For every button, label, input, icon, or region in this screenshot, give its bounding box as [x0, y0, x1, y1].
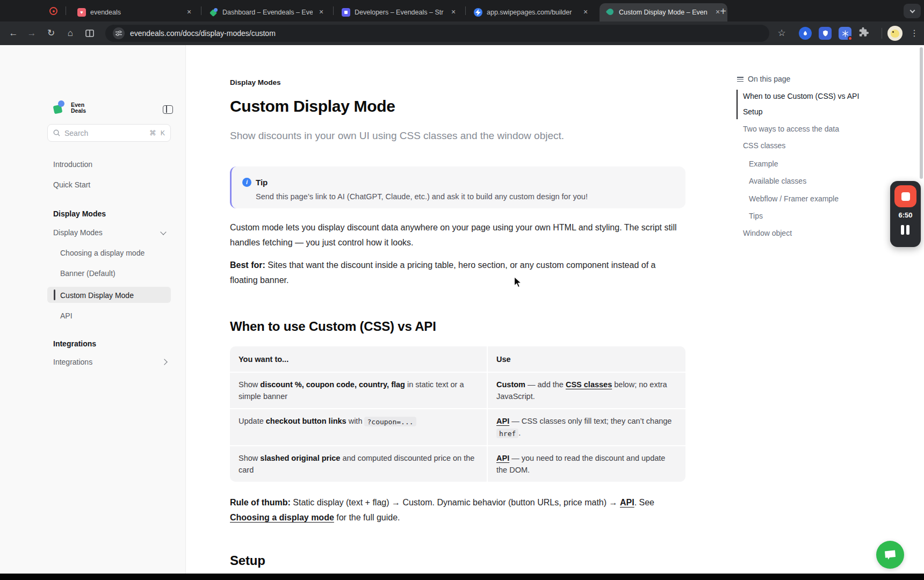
- sidebar-collapse-icon[interactable]: [163, 105, 173, 114]
- active-item-marker: [54, 289, 55, 300]
- api-link[interactable]: API: [620, 498, 634, 507]
- choosing-display-mode-link[interactable]: Choosing a display mode: [230, 513, 334, 522]
- tab-favicon-purple-icon: [342, 8, 350, 17]
- bookmark-star-icon[interactable]: ☆: [775, 26, 789, 40]
- sidebar-item-choosing-display-mode[interactable]: Choosing a display mode: [60, 249, 145, 257]
- shortcut-key: K: [161, 129, 165, 137]
- api-link[interactable]: API: [496, 454, 509, 462]
- toc-item-setup[interactable]: Setup: [743, 107, 763, 116]
- toc-active-marker: [737, 90, 738, 119]
- sidebar-item-banner-default[interactable]: Banner (Default): [60, 269, 116, 278]
- tip-label: Tip: [256, 178, 268, 187]
- tab-developers[interactable]: Developers – Evendeals – Str ×: [335, 3, 463, 21]
- sidebar-item-introduction[interactable]: Introduction: [53, 160, 92, 169]
- table-cell: API — CSS classes only fill text; they c…: [488, 409, 685, 445]
- close-tab-icon[interactable]: ×: [449, 8, 458, 17]
- toc-title: On this page: [748, 75, 790, 83]
- pause-recording-button[interactable]: [899, 225, 912, 235]
- chat-bubble-icon: [883, 548, 897, 561]
- tab-favicon-evendeals-icon: [210, 8, 218, 17]
- profile-avatar[interactable]: [887, 26, 903, 41]
- extension-snowflake-icon[interactable]: [839, 27, 851, 40]
- docs-sidebar: Even Deals Search ⌘ K Introduction Quick…: [0, 45, 186, 574]
- back-button[interactable]: ←: [5, 25, 21, 41]
- search-input[interactable]: Search ⌘ K: [47, 124, 171, 142]
- tab-title: evendeals: [90, 9, 181, 16]
- best-for-label: Best for:: [230, 260, 265, 270]
- page-title: Custom Display Mode: [230, 97, 395, 115]
- command-key-icon: ⌘: [149, 129, 156, 137]
- tab-divider: [465, 6, 466, 15]
- extensions-puzzle-icon[interactable]: [858, 27, 871, 40]
- url-text[interactable]: evendeals.com/docs/display-modes/custom: [130, 29, 276, 38]
- close-tab-icon[interactable]: ×: [581, 8, 590, 17]
- recording-indicator-icon[interactable]: [49, 7, 57, 15]
- toc-item-tips[interactable]: Tips: [749, 212, 763, 220]
- chevron-down-icon[interactable]: [160, 229, 166, 235]
- tab-swipepages[interactable]: app.swipepages.com/builder ×: [467, 3, 595, 21]
- tab-title: app.swipepages.com/builder: [487, 9, 577, 16]
- extension-drop-icon[interactable]: [799, 27, 812, 40]
- tab-search-button[interactable]: [904, 4, 921, 18]
- table-cell: Show discount %, coupon code, country, f…: [230, 373, 487, 408]
- best-for-paragraph: Best for: Sites that want the discount i…: [230, 258, 679, 288]
- sidebar-item-integrations[interactable]: Integrations: [53, 358, 92, 366]
- toc-item-two-ways[interactable]: Two ways to access the data: [743, 125, 839, 133]
- sidebar-item-display-modes[interactable]: Display Modes: [53, 228, 103, 237]
- home-button[interactable]: ⌂: [62, 25, 78, 41]
- rule-label: Rule of thumb:: [230, 498, 291, 507]
- table-row: Show slashed original price and computed…: [230, 446, 685, 482]
- tab-dashboard[interactable]: Dashboard – Evendeals – Eve ×: [203, 3, 331, 21]
- breadcrumb: Display Modes: [230, 78, 281, 86]
- page-scrollbar-thumb[interactable]: [920, 47, 923, 179]
- toc-item-when-to-use[interactable]: When to use Custom (CSS) vs API: [743, 92, 859, 100]
- chat-widget-button[interactable]: [876, 541, 904, 569]
- recording-timer: 6:50: [890, 211, 921, 219]
- close-tab-icon[interactable]: ×: [185, 8, 193, 17]
- logo-line2: Deals: [71, 108, 86, 114]
- table-row: Show discount %, coupon code, country, f…: [230, 373, 685, 408]
- toc-item-available-classes[interactable]: Available classes: [749, 177, 806, 185]
- tab-favicon-teal-icon: [606, 8, 615, 17]
- address-bar[interactable]: evendeals.com/docs/display-modes/custom: [105, 25, 769, 42]
- tab-favicon-bolt-icon: [474, 8, 482, 17]
- extension-shield-icon[interactable]: [819, 27, 832, 40]
- tab-evendeals[interactable]: ♥ evendeals ×: [71, 3, 199, 21]
- toc-item-example[interactable]: Example: [749, 160, 778, 168]
- inline-code: href: [496, 429, 518, 438]
- inline-code: ?coupon=...: [364, 417, 416, 426]
- stop-recording-button[interactable]: [894, 185, 916, 207]
- new-tab-button[interactable]: +: [716, 4, 731, 19]
- table-header-row: You want to... Use: [230, 346, 685, 372]
- sidebar-item-quick-start[interactable]: Quick Start: [53, 180, 90, 189]
- tip-text: Send this page’s link to AI (ChatGPT, Cl…: [256, 192, 588, 201]
- toc-item-webflow-framer[interactable]: Webflow / Framer example: [749, 194, 839, 203]
- sidebar-item-custom-display-mode[interactable]: Custom Display Mode: [60, 291, 134, 300]
- tab-title: Developers – Evendeals – Str: [355, 9, 445, 16]
- forward-button[interactable]: →: [24, 25, 40, 41]
- table-cell: Show slashed original price and computed…: [230, 446, 487, 482]
- site-settings-icon[interactable]: [113, 27, 125, 39]
- browser-window: ♥ evendeals × Dashboard – Evendeals – Ev…: [0, 0, 924, 580]
- close-tab-icon[interactable]: ×: [317, 8, 326, 17]
- toc-item-window-object[interactable]: Window object: [743, 229, 792, 237]
- logo-line1: Even: [71, 102, 86, 108]
- css-classes-link[interactable]: CSS classes: [566, 380, 612, 389]
- page-subtitle: Show discounts in your own UI using CSS …: [230, 130, 564, 142]
- table-row: Update checkout button links with ?coupo…: [230, 409, 685, 445]
- evendeals-logo[interactable]: Even Deals: [53, 100, 86, 115]
- sidebar-item-api[interactable]: API: [60, 311, 73, 320]
- toc-item-css-classes[interactable]: CSS classes: [743, 141, 785, 150]
- browser-toolbar: ← → ↻ ⌂ evendeals.com/docs/display-modes…: [0, 21, 924, 45]
- toolbar-divider: [882, 28, 882, 39]
- tab-custom-display-mode-active[interactable]: Custom Display Mode – Even ×: [600, 3, 727, 21]
- api-link[interactable]: API: [496, 417, 509, 425]
- search-placeholder: Search: [64, 129, 145, 137]
- reading-panel-button[interactable]: [82, 25, 98, 41]
- reload-button[interactable]: ↻: [43, 25, 59, 41]
- info-icon: i: [242, 178, 251, 187]
- table-cell: API — you need to read the discount and …: [488, 446, 685, 482]
- chevron-right-icon[interactable]: [161, 359, 167, 365]
- table-cell: Update checkout button links with ?coupo…: [230, 409, 487, 445]
- browser-menu-icon[interactable]: ⋮: [909, 26, 920, 40]
